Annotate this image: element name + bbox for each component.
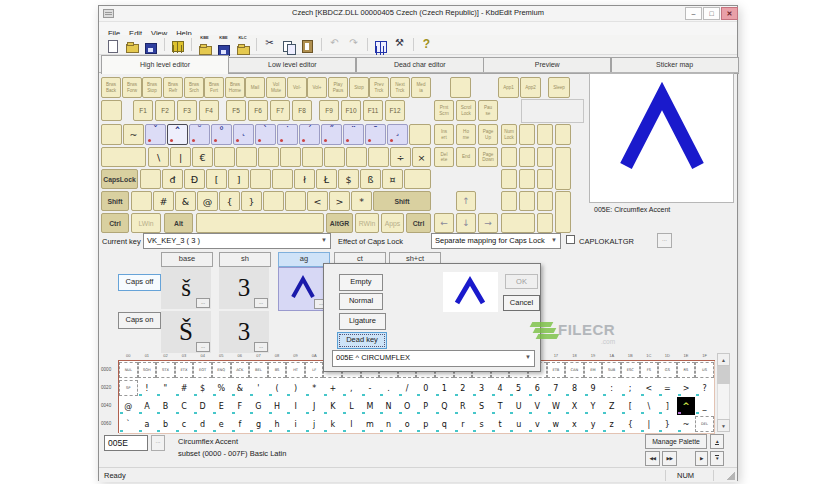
charmap-cell-0060-26[interactable]: z	[602, 415, 622, 434]
charmap-cell-0020-7[interactable]: '	[249, 379, 269, 398]
charmap-cell-0060-19[interactable]: s	[472, 415, 492, 434]
charmap-cell-0020-15[interactable]: /	[398, 379, 418, 398]
charmap-cell-0040-28[interactable]: \	[640, 397, 660, 416]
key-blank[interactable]	[519, 147, 535, 167]
charmap-cell-0020-21[interactable]: 5	[509, 379, 529, 398]
key-blank[interactable]	[280, 147, 301, 167]
key-LWin[interactable]: LWin	[131, 213, 161, 233]
charmap-cell-0020-25[interactable]: 9	[584, 379, 604, 398]
mapping-cell-1-1[interactable]: 3...	[219, 311, 269, 353]
key-blank[interactable]	[537, 191, 553, 211]
char-code-input[interactable]: 005E	[104, 435, 148, 451]
charmap-cell-0060-21[interactable]: u	[509, 415, 529, 434]
key-↑[interactable]: ↑	[456, 191, 476, 211]
key-F2[interactable]: F2	[155, 100, 175, 121]
charmap-cell-0040-5[interactable]: E	[212, 397, 232, 416]
charmap-cell-0060-12[interactable]: l	[342, 415, 362, 434]
charmap-cell-0040-15[interactable]: O	[398, 397, 418, 416]
charmap-cell-0060-15[interactable]: o	[398, 415, 418, 434]
charmap-cell-0020-20[interactable]: 4	[491, 379, 511, 398]
charmap-cell-0020-26[interactable]: :	[602, 379, 622, 398]
charmap-cell-0040-4[interactable]: D	[193, 397, 213, 416]
key-BrwsForw[interactable]: BrwsForw	[122, 77, 142, 98]
charmap-cell-0000-25[interactable]: EM	[584, 361, 604, 380]
key-blank[interactable]	[196, 213, 324, 233]
maximize-button[interactable]: □	[703, 7, 720, 20]
charmap-cell-0020-3[interactable]: #	[175, 379, 195, 398]
charmap-cell-0060-0[interactable]: `	[119, 415, 139, 434]
palette-up-button[interactable]: ▲	[710, 434, 724, 449]
paste-icon[interactable]	[300, 37, 315, 53]
charmap-cell-0060-30[interactable]: ~	[677, 415, 697, 434]
key-blank[interactable]	[368, 147, 389, 167]
charmap-cell-0060-31[interactable]: DEL	[695, 415, 715, 434]
charmap-cell-0020-14[interactable]: .	[379, 379, 399, 398]
key-blank[interactable]	[101, 124, 122, 145]
key-Đ[interactable]: Đ	[184, 169, 205, 189]
charmap-cell-0040-21[interactable]: U	[509, 397, 529, 416]
key-Vol-[interactable]: Vol-	[287, 77, 307, 98]
key-Stop[interactable]: Stop	[349, 77, 369, 98]
charmap-cell-0060-23[interactable]: w	[547, 415, 567, 434]
charmap-cell-0000-5[interactable]: ENQ	[212, 361, 232, 380]
charmap-cell-0060-17[interactable]: q	[435, 415, 455, 434]
key-][interactable]: ]	[228, 169, 249, 189]
key-F6[interactable]: F6	[248, 100, 268, 121]
minimize-button[interactable]: –	[685, 7, 702, 20]
key-Media[interactable]: Media	[411, 77, 431, 98]
key-`[interactable]: `	[255, 124, 276, 145]
key-Shift[interactable]: Shift	[373, 191, 431, 211]
key-blank[interactable]	[409, 124, 431, 145]
charmap-cell-0060-20[interactable]: t	[491, 415, 511, 434]
charmap-cell-0000-2[interactable]: STX	[156, 361, 176, 380]
charmap-cell-0020-23[interactable]: 7	[547, 379, 567, 398]
charmap-cell-0040-14[interactable]: N	[379, 397, 399, 416]
key-Insert[interactable]: Insert	[434, 124, 454, 145]
charmap-cell-0040-13[interactable]: M	[361, 397, 381, 416]
cut-icon[interactable]: ✂	[262, 37, 277, 53]
key-blank[interactable]	[501, 147, 517, 167]
key-blank[interactable]	[236, 147, 257, 167]
charmap-cell-0020-29[interactable]: =	[658, 379, 678, 398]
cancel-button[interactable]: Cancel	[503, 295, 540, 311]
play-button[interactable]: ▶	[695, 451, 708, 466]
charmap-cell-0060-13[interactable]: m	[361, 415, 381, 434]
mapping-type-empty[interactable]: Empty	[339, 274, 383, 291]
key-CapsLock[interactable]: CapsLock	[101, 169, 138, 189]
key-¨[interactable]: ¨	[343, 124, 364, 145]
key-ScrolLock[interactable]: ScrolLock	[456, 100, 476, 121]
key-PageDown[interactable]: PageDown	[478, 147, 498, 167]
key-Mail[interactable]: Mail	[245, 77, 265, 98]
scrollbar-thumb[interactable]	[717, 366, 730, 384]
charmap-cell-0060-11[interactable]: k	[323, 415, 343, 434]
modifier-column-sh[interactable]: sh	[219, 252, 271, 267]
charmap-cell-0000-27[interactable]: ESC	[621, 361, 641, 380]
charmap-cell-0000-1[interactable]: SOH	[138, 361, 158, 380]
charmap-cell-0040-25[interactable]: Y	[584, 397, 604, 416]
key-*[interactable]: *	[351, 191, 372, 211]
charmap-cell-0060-10[interactable]: j	[305, 415, 325, 434]
key-blank[interactable]	[324, 147, 345, 167]
charmap-cell-0040-11[interactable]: K	[323, 397, 343, 416]
key-$[interactable]: $	[338, 169, 359, 189]
key-blank[interactable]	[555, 191, 571, 233]
key-blank[interactable]	[101, 147, 146, 167]
key-BrwsStop[interactable]: BrwsStop	[142, 77, 162, 98]
charmap-cell-0000-24[interactable]: CAN	[565, 361, 585, 380]
key-[[interactable]: [	[206, 169, 227, 189]
key-°[interactable]: °	[211, 124, 232, 145]
charmap-cell-0020-4[interactable]: $	[193, 379, 213, 398]
key-Pause[interactable]: Pause	[478, 100, 498, 121]
key-blank[interactable]	[555, 124, 571, 145]
charmap-cell-0020-22[interactable]: 6	[528, 379, 548, 398]
key-BrwsFvrt[interactable]: BrwsFvrt	[204, 77, 224, 98]
key-blank[interactable]	[521, 99, 584, 123]
charmap-cell-0060-14[interactable]: n	[379, 415, 399, 434]
key-F7[interactable]: F7	[270, 100, 290, 121]
charmap-cell-0000-31[interactable]: US	[695, 361, 715, 380]
key-blank[interactable]	[537, 169, 553, 189]
charmap-icon[interactable]	[373, 37, 388, 53]
key-F1[interactable]: F1	[133, 100, 153, 121]
charmap-cell-0040-18[interactable]: R	[454, 397, 474, 416]
key-blank[interactable]	[501, 213, 535, 233]
